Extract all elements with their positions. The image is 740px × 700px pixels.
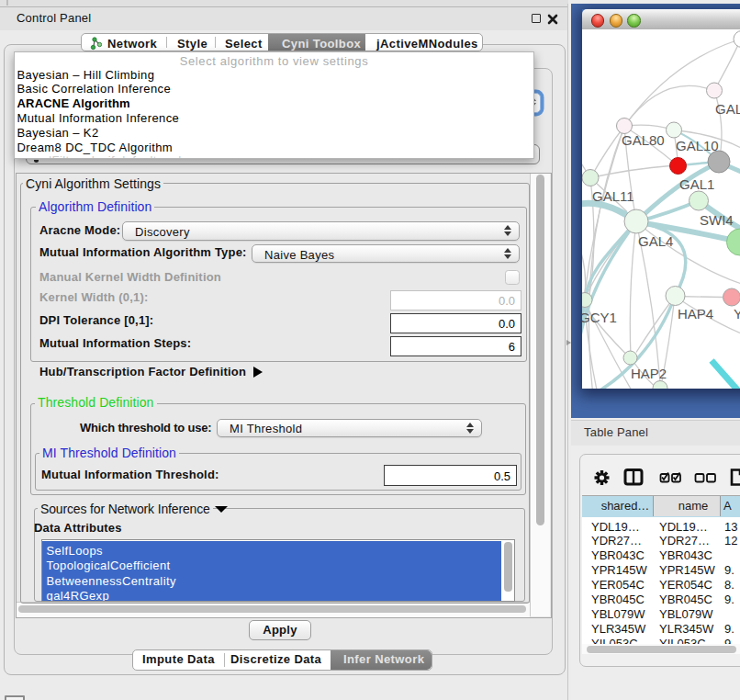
svg-text:HAP4: HAP4 <box>678 305 713 321</box>
svg-text:GAL80: GAL80 <box>622 131 665 147</box>
svg-text:HAP2: HAP2 <box>631 365 667 380</box>
svg-text:GAL1: GAL1 <box>679 175 714 191</box>
svg-text:Y: Y <box>734 305 740 321</box>
svg-text:GAL: GAL <box>715 100 740 116</box>
svg-text:GAL4: GAL4 <box>638 232 673 248</box>
svg-text:GAL11: GAL11 <box>592 187 634 203</box>
svg-text:GCY1: GCY1 <box>582 309 617 324</box>
svg-text:GAL10: GAL10 <box>676 137 719 152</box>
svg-text:SWI4: SWI4 <box>700 211 734 227</box>
